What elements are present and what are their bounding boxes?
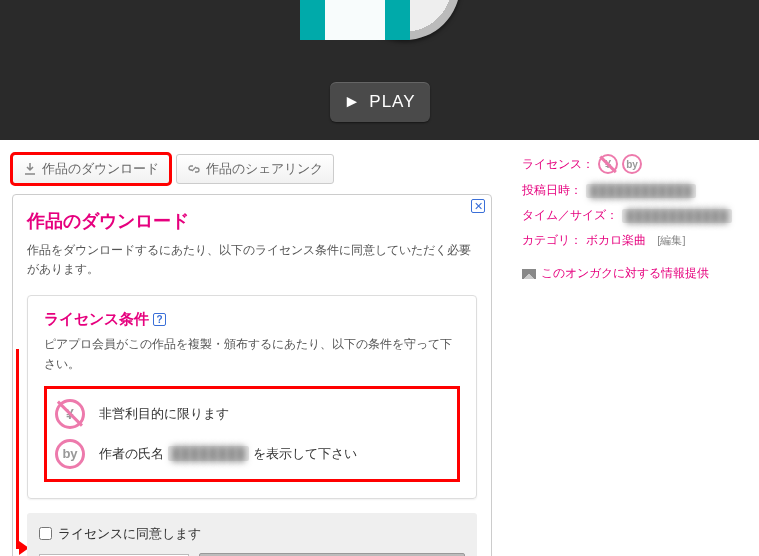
meta-size: タイム／サイズ： ████████████ <box>522 207 747 224</box>
help-icon[interactable]: ? <box>153 313 166 326</box>
close-icon[interactable]: ✕ <box>471 199 485 213</box>
noncommercial-icon: ¥ <box>55 399 85 429</box>
size-value-redacted: ████████████ <box>622 209 732 223</box>
info-provide-link[interactable]: このオンガクに対する情報提供 <box>522 265 709 282</box>
tab-download-label: 作品のダウンロード <box>42 160 159 178</box>
download-panel: ✕ 作品のダウンロード 作品をダウンロードするにあたり、以下のライセンス条件に同… <box>12 194 492 556</box>
tab-share[interactable]: 作品のシェアリンク <box>176 154 334 184</box>
agree-footer: ライセンスに同意します (未分類) この作品をダウンロード <box>27 513 477 556</box>
cover-image <box>300 0 410 40</box>
author-name-redacted: ████████ <box>168 446 250 461</box>
license-heading: ライセンス条件 ? <box>44 310 460 329</box>
tab-bar: 作品のダウンロード 作品のシェアリンク <box>12 154 492 184</box>
album-art <box>300 0 460 40</box>
condition-attribution-text: 作者の氏名 ████████ を表示して下さい <box>99 445 357 463</box>
meta-license: ライセンス： ¥ by <box>522 154 747 174</box>
condition-attribution: by 作者の氏名 ████████ を表示して下さい <box>55 439 449 469</box>
meta-posted-label: 投稿日時： <box>522 182 582 199</box>
metadata-sidebar: ライセンス： ¥ by 投稿日時： ████████████ タイム／サイズ： … <box>522 154 747 556</box>
edit-link[interactable]: [編集] <box>657 233 685 248</box>
mail-icon <box>522 269 536 279</box>
play-button[interactable]: ► PLAY <box>330 82 430 122</box>
license-sub: ピアプロ会員がこの作品を複製・頒布するにあたり、以下の条件を守って下さい。 <box>44 335 460 373</box>
noncommercial-icon: ¥ <box>598 154 618 174</box>
hero-banner: ► PLAY <box>0 0 759 140</box>
play-label: PLAY <box>369 92 415 112</box>
agree-label: ライセンスに同意します <box>58 525 201 543</box>
meta-category: カテゴリ： ボカロ楽曲 [編集] <box>522 232 747 249</box>
panel-title: 作品のダウンロード <box>27 209 477 233</box>
tab-download[interactable]: 作品のダウンロード <box>12 154 170 184</box>
info-link-label: このオンガクに対する情報提供 <box>541 265 709 282</box>
tab-share-label: 作品のシェアリンク <box>206 160 323 178</box>
attribution-icon: by <box>622 154 642 174</box>
meta-posted: 投稿日時： ████████████ <box>522 182 747 199</box>
license-heading-text: ライセンス条件 <box>44 310 149 329</box>
posted-value-redacted: ████████████ <box>586 184 696 198</box>
agree-checkbox-row[interactable]: ライセンスに同意します <box>39 525 465 543</box>
meta-size-label: タイム／サイズ： <box>522 207 618 224</box>
link-icon <box>187 162 201 176</box>
play-icon: ► <box>343 92 361 112</box>
license-box: ライセンス条件 ? ピアプロ会員がこの作品を複製・頒布するにあたり、以下の条件を… <box>27 295 477 498</box>
attribution-icon: by <box>55 439 85 469</box>
meta-category-link[interactable]: ボカロ楽曲 <box>586 232 646 249</box>
license-conditions: ¥ 非営利目的に限ります by 作者の氏名 ████████ を表示して下さい <box>44 386 460 482</box>
meta-category-label: カテゴリ： <box>522 232 582 249</box>
agree-checkbox[interactable] <box>39 527 52 540</box>
condition-nonprofit-text: 非営利目的に限ります <box>99 405 229 423</box>
meta-license-label: ライセンス： <box>522 156 594 173</box>
panel-lead: 作品をダウンロードするにあたり、以下のライセンス条件に同意していただく必要があり… <box>27 241 477 279</box>
condition-nonprofit: ¥ 非営利目的に限ります <box>55 399 449 429</box>
download-icon <box>23 162 37 176</box>
